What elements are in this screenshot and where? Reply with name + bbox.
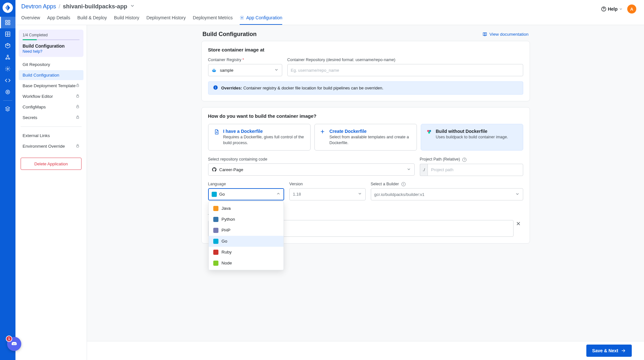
language-select[interactable]: Go Java Python PHP Go R bbox=[208, 188, 284, 200]
close-icon[interactable] bbox=[515, 221, 521, 228]
lang-option-ruby[interactable]: Ruby bbox=[209, 247, 284, 258]
repository-select[interactable]: Career-Page bbox=[208, 163, 415, 176]
lang-option-node[interactable]: Node bbox=[209, 258, 284, 269]
docker-icon bbox=[212, 68, 217, 72]
python-icon bbox=[213, 217, 218, 222]
chevron-down-icon bbox=[407, 167, 411, 172]
language-dropdown: Java Python PHP Go Ruby Node bbox=[208, 201, 284, 270]
lang-label: Node bbox=[222, 261, 232, 265]
svg-rect-25 bbox=[215, 70, 216, 70]
svg-point-11 bbox=[6, 90, 10, 94]
plus-icon bbox=[320, 129, 326, 135]
lock-icon bbox=[76, 83, 80, 88]
doc-link-label: View documentation bbox=[489, 32, 528, 37]
sidebar-item-workflow[interactable]: Workflow Editor bbox=[19, 91, 83, 101]
sidebar-divider bbox=[21, 126, 82, 127]
build-option-dockerfile[interactable]: I have a Dockerfile Requires a Dockerfil… bbox=[208, 124, 311, 151]
lang-option-php[interactable]: PHP bbox=[209, 225, 284, 236]
help-button[interactable]: Help bbox=[601, 6, 623, 12]
top-header: Devtron Apps / shivani-buildpacks-app Ov… bbox=[15, 0, 644, 25]
sidebar-item-git-repo[interactable]: Git Repository bbox=[19, 60, 83, 69]
tab-app-configuration[interactable]: App Configuration bbox=[240, 13, 282, 25]
tab-build-deploy[interactable]: Build & Deploy bbox=[77, 13, 107, 25]
book-icon bbox=[482, 32, 487, 37]
opt-desc: Select from available templates and crea… bbox=[330, 134, 411, 146]
version-select[interactable]: 1.18 bbox=[289, 188, 366, 200]
nav-settings-icon[interactable] bbox=[0, 86, 15, 98]
nav-gear-icon[interactable] bbox=[0, 63, 15, 75]
nav-apps-icon[interactable] bbox=[0, 17, 15, 28]
sidebar-item-env-override[interactable]: Environment Override bbox=[19, 141, 83, 151]
progress-bar bbox=[23, 39, 80, 40]
progress-title: Build Configuration bbox=[23, 43, 80, 49]
lang-label: Ruby bbox=[222, 250, 232, 254]
delete-application-button[interactable]: Delete Application bbox=[21, 158, 82, 170]
gear-icon bbox=[240, 15, 244, 20]
devtron-logo[interactable] bbox=[3, 3, 13, 13]
repo-select-label: Select repository containing code bbox=[208, 157, 415, 162]
help-circle-icon[interactable]: ? bbox=[401, 182, 406, 186]
sidebar-item-base-template[interactable]: Base Deployment Template bbox=[19, 81, 83, 91]
svg-rect-22 bbox=[214, 70, 215, 70]
svg-rect-3 bbox=[8, 23, 10, 25]
avatar[interactable]: A bbox=[627, 5, 636, 14]
build-option-buildpack[interactable]: Build without Dockerfile Uses buildpack … bbox=[421, 124, 523, 151]
lang-option-java[interactable]: Java bbox=[209, 203, 284, 214]
repo-label: Container Repository (desired format: us… bbox=[287, 58, 523, 62]
lang-label: Python bbox=[222, 217, 235, 222]
builder-value: gcr.io/buildpacks/builder:v1 bbox=[374, 192, 425, 197]
sidebar-item-secrets[interactable]: Secrets bbox=[19, 113, 83, 123]
ruby-icon bbox=[213, 250, 218, 255]
lang-option-go[interactable]: Go bbox=[209, 236, 284, 247]
lang-label: PHP bbox=[222, 228, 231, 233]
node-icon bbox=[213, 261, 218, 266]
nav-cube-icon[interactable] bbox=[0, 40, 15, 51]
github-icon bbox=[212, 167, 217, 172]
tab-build-history[interactable]: Build History bbox=[114, 13, 139, 25]
sidebar-item-configmaps[interactable]: ConfigMaps bbox=[19, 102, 83, 112]
breadcrumb: Devtron Apps / shivani-buildpacks-app bbox=[21, 2, 282, 10]
overrides-text: Container registry & docker file locatio… bbox=[242, 86, 384, 90]
help-circle-icon[interactable]: ? bbox=[462, 158, 466, 162]
sidebar-item-external-links[interactable]: External Links bbox=[19, 131, 83, 141]
lang-label: Java bbox=[222, 206, 231, 211]
view-documentation-link[interactable]: View documentation bbox=[482, 32, 528, 37]
svg-rect-1 bbox=[8, 20, 10, 22]
container-repository-input[interactable] bbox=[287, 64, 523, 76]
registry-value: sample bbox=[220, 68, 234, 73]
language-value: Go bbox=[219, 192, 225, 197]
icon-rail: 1 bbox=[0, 0, 15, 360]
info-icon bbox=[213, 85, 218, 91]
content-area: Build Configuration View documentation S… bbox=[87, 25, 644, 360]
nav-stack-icon[interactable] bbox=[0, 103, 15, 115]
breadcrumb-root[interactable]: Devtron Apps bbox=[21, 3, 56, 10]
builder-select[interactable]: gcr.io/buildpacks/builder:v1 bbox=[371, 188, 523, 200]
store-card: Store container image at Container Regis… bbox=[201, 41, 530, 101]
lang-option-python[interactable]: Python bbox=[209, 214, 284, 225]
tab-overview[interactable]: Overview bbox=[21, 13, 40, 25]
project-path-input[interactable] bbox=[428, 164, 523, 176]
progress-count: 1/4 Completed bbox=[23, 33, 80, 37]
nav-grid-icon[interactable] bbox=[0, 28, 15, 40]
tabs: Overview App Details Build & Deploy Buil… bbox=[21, 13, 282, 25]
build-option-create-dockerfile[interactable]: Create Dockerfile Select from available … bbox=[314, 124, 417, 151]
chevron-down-icon bbox=[619, 7, 623, 11]
sidebar-item-label: Build Configuration bbox=[23, 73, 59, 78]
sidebar-item-build-config[interactable]: Build Configuration bbox=[19, 70, 83, 80]
nav-code-icon[interactable] bbox=[0, 75, 15, 86]
nav-network-icon[interactable] bbox=[0, 51, 15, 63]
project-path-label: Project Path (Relative) ? bbox=[420, 157, 523, 162]
tab-app-details[interactable]: App Details bbox=[47, 13, 70, 25]
need-help-link[interactable]: Need help? bbox=[23, 49, 80, 54]
container-registry-select[interactable]: sample bbox=[208, 64, 282, 76]
chevron-down-icon[interactable] bbox=[130, 3, 135, 10]
opt-title: I have a Dockerfile bbox=[223, 129, 305, 134]
tab-deploy-metrics[interactable]: Deployment Metrics bbox=[193, 13, 233, 25]
language-label: Language bbox=[208, 182, 284, 186]
tab-deploy-history[interactable]: Deployment History bbox=[146, 13, 186, 25]
save-next-button[interactable]: Save & Next bbox=[586, 345, 632, 357]
svg-rect-15 bbox=[77, 85, 79, 87]
discord-button[interactable]: 1 bbox=[7, 337, 21, 351]
svg-rect-0 bbox=[5, 20, 7, 22]
page-title: Build Configuration bbox=[203, 31, 257, 38]
